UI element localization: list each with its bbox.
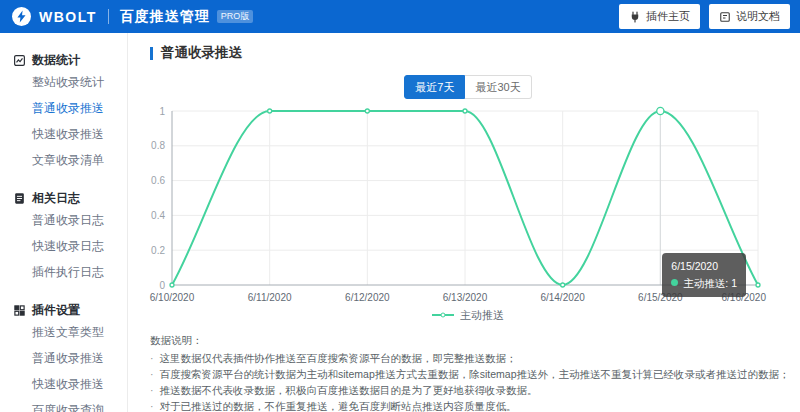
docs-button[interactable]: 说明文档 xyxy=(709,4,790,29)
svg-text:6/11/2020: 6/11/2020 xyxy=(248,292,292,303)
svg-text:6/10/2020: 6/10/2020 xyxy=(150,292,195,303)
svg-text:0.6: 0.6 xyxy=(151,175,165,186)
range-tabs: 最近7天 最近30天 xyxy=(144,75,792,99)
sidebar-item-plugin-exec-log[interactable]: 插件执行日志 xyxy=(32,259,127,285)
tab-last-7-days[interactable]: 最近7天 xyxy=(404,75,465,99)
plug-icon xyxy=(629,11,641,23)
svg-text:6/14/2020: 6/14/2020 xyxy=(540,292,585,303)
sidebar-item-normal-include-log[interactable]: 普通收录日志 xyxy=(32,207,127,233)
svg-text:0: 0 xyxy=(159,280,165,291)
sidebar-section-title-logs: 相关日志 xyxy=(13,190,127,207)
sidebar-section-plugin-settings: 插件设置 推送文章类型 普通收录推送 快速收录推送 百度收录查询 xyxy=(13,302,127,412)
svg-text:6/13/2020: 6/13/2020 xyxy=(443,292,488,303)
sidebar-section-title-plugin-settings: 插件设置 xyxy=(13,302,127,319)
header-divider xyxy=(108,9,109,24)
svg-text:6/16/2020: 6/16/2020 xyxy=(722,292,767,303)
sidebar-item-fast-include-log[interactable]: 快速收录日志 xyxy=(32,233,127,259)
sidebar-item-normal-include-push[interactable]: 普通收录推送 xyxy=(32,95,127,121)
notes-title: 数据说明： xyxy=(150,334,795,348)
line-chart[interactable]: 00.20.40.60.816/10/20206/11/20206/12/202… xyxy=(144,101,792,307)
app-title: 百度推送管理 xyxy=(120,8,210,26)
legend-label: 主动推送 xyxy=(460,308,504,323)
sidebar-item-normal-push-setting[interactable]: 普通收录推送 xyxy=(32,345,127,371)
note-line: ·这里数据仅代表插件协作推送至百度搜索资源平台的数据，即完整推送数据； xyxy=(150,351,795,367)
svg-text:0.2: 0.2 xyxy=(151,245,165,256)
grid-icon xyxy=(13,304,26,317)
title-accent-bar xyxy=(150,47,153,60)
app-root: WBOLT 百度推送管理 PRO版 插件主页 说明文档 xyxy=(0,0,800,412)
sidebar-section-logs: 相关日志 普通收录日志 快速收录日志 插件执行日志 xyxy=(13,190,127,285)
top-header: WBOLT 百度推送管理 PRO版 插件主页 说明文档 xyxy=(0,0,800,33)
main-content: 普通收录推送 最近7天 最近30天 00.20.40.60.816/10/202… xyxy=(128,33,800,412)
note-line: ·对于已推送过的数据，不作重复推送，避免百度判断站点推送内容质量度低。 xyxy=(150,399,795,412)
note-line: ·百度搜索资源平台的统计数据为主动和sitemap推送方式去重数据，除sitem… xyxy=(150,367,795,383)
sidebar-item-fast-push-setting[interactable]: 快速收录推送 xyxy=(32,371,127,397)
chart-legend[interactable]: 主动推送 xyxy=(144,308,792,322)
bar-chart-icon xyxy=(13,54,26,67)
tab-last-30-days[interactable]: 最近30天 xyxy=(465,75,531,99)
svg-text:6/12/2020: 6/12/2020 xyxy=(345,292,390,303)
page-title-row: 普通收录推送 xyxy=(150,45,795,61)
data-notes: 数据说明： ·这里数据仅代表插件协作推送至百度搜索资源平台的数据，即完整推送数据… xyxy=(150,334,795,412)
legend-line-icon xyxy=(432,314,454,316)
sidebar: 数据统计 整站收录统计 普通收录推送 快速收录推送 文章收录清单 相关日志 xyxy=(0,33,128,412)
page-title: 普通收录推送 xyxy=(161,44,242,62)
sidebar-section-data-stats: 数据统计 整站收录统计 普通收录推送 快速收录推送 文章收录清单 xyxy=(13,52,127,173)
svg-text:1: 1 xyxy=(159,106,165,117)
document-icon xyxy=(719,11,731,23)
log-icon xyxy=(13,192,26,205)
sidebar-item-push-article-type[interactable]: 推送文章类型 xyxy=(32,319,127,345)
sidebar-item-fast-include-push[interactable]: 快速收录推送 xyxy=(32,121,127,147)
wbolt-lightning-bolt-icon xyxy=(12,7,31,26)
svg-text:0.8: 0.8 xyxy=(151,141,165,152)
svg-text:0.4: 0.4 xyxy=(151,210,165,221)
plugin-home-label: 插件主页 xyxy=(646,9,690,24)
sidebar-item-article-include-list[interactable]: 文章收录清单 xyxy=(32,147,127,173)
brand-name: WBOLT xyxy=(39,9,97,25)
note-line: ·推送数据不代表收录数据，积极向百度推送数据目的是为了更好地获得收录数据。 xyxy=(150,383,795,399)
docs-label: 说明文档 xyxy=(736,9,780,24)
svg-text:6/15/2020: 6/15/2020 xyxy=(638,292,683,303)
sidebar-item-site-index-stats[interactable]: 整站收录统计 xyxy=(32,69,127,95)
sidebar-item-baidu-include-query[interactable]: 百度收录查询 xyxy=(32,397,127,412)
sidebar-section-title-data-stats: 数据统计 xyxy=(13,52,127,69)
pro-badge: PRO版 xyxy=(217,10,254,24)
chart-area: 00.20.40.60.816/10/20206/11/20206/12/202… xyxy=(144,101,792,307)
plugin-home-button[interactable]: 插件主页 xyxy=(619,4,700,29)
